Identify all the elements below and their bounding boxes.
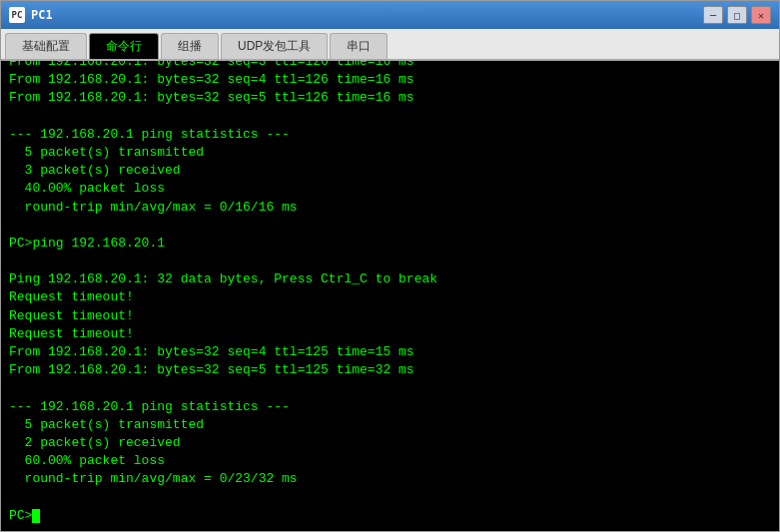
tab-command[interactable]: 命令行 <box>89 33 159 59</box>
terminal-output[interactable]: From 192.168.20.1: bytes=32 seq=3 ttl=12… <box>1 61 779 531</box>
terminal-cursor <box>32 509 40 523</box>
minimize-button[interactable]: ─ <box>703 6 723 24</box>
maximize-button[interactable]: □ <box>727 6 747 24</box>
title-bar: PC PC1 ─ □ ✕ <box>1 1 779 29</box>
close-button[interactable]: ✕ <box>751 6 771 24</box>
main-window: PC PC1 ─ □ ✕ 基础配置命令行组播UDP发包工具串口 From 192… <box>0 0 780 532</box>
tab-bar: 基础配置命令行组播UDP发包工具串口 <box>1 29 779 61</box>
terminal-container: From 192.168.20.1: bytes=32 seq=3 ttl=12… <box>1 61 779 531</box>
tab-group[interactable]: 组播 <box>161 33 219 59</box>
tab-basic[interactable]: 基础配置 <box>5 33 87 59</box>
window-title: PC1 <box>31 8 703 22</box>
title-bar-controls: ─ □ ✕ <box>703 6 771 24</box>
tab-udp[interactable]: UDP发包工具 <box>221 33 328 59</box>
window-icon: PC <box>9 7 25 23</box>
tab-serial[interactable]: 串口 <box>330 33 388 59</box>
